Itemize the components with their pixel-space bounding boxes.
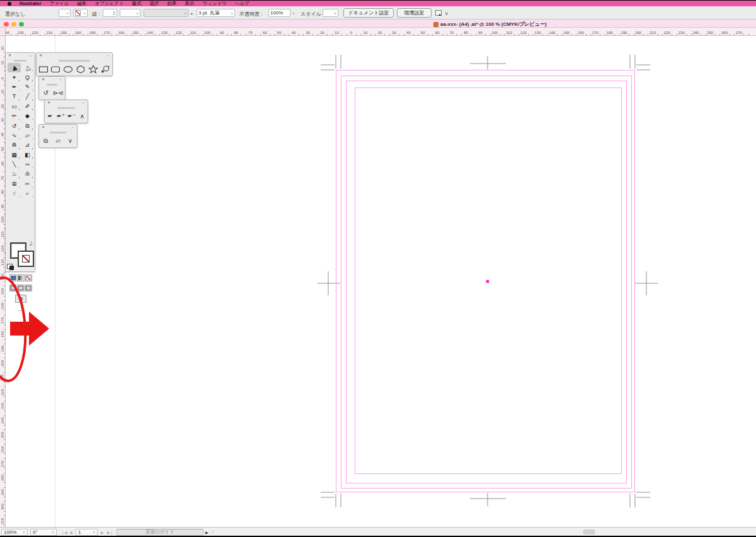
add-anchor-point-tool[interactable]: ✒⁺	[55, 111, 66, 122]
close-icon[interactable]: ✕	[47, 101, 50, 105]
scale-tool[interactable]: ⧉	[21, 121, 34, 130]
slice-tool[interactable]: ✂	[21, 179, 34, 189]
eyedropper-tool[interactable]: ╲	[8, 160, 21, 169]
more-tools-ellipsis[interactable]: …	[6, 306, 36, 312]
screen-mode-button[interactable]: ⧉	[15, 295, 26, 303]
opacity-field[interactable]: 100%	[268, 9, 290, 17]
pen-tool[interactable]: ✒	[8, 82, 21, 92]
delete-anchor-point-tool[interactable]: ✒⁻	[66, 111, 77, 122]
last-artboard-button[interactable]: ▶❘	[107, 530, 113, 534]
lasso-tool[interactable]: Ϙ	[21, 72, 34, 82]
stroke-weight-combo[interactable]: ∨	[120, 9, 140, 17]
rounded-rectangle-tool[interactable]	[50, 64, 61, 75]
stroke-weight-stepper[interactable]: ▲▼	[103, 9, 117, 17]
menu-item-4[interactable]: 書式	[132, 1, 141, 6]
pen-tool[interactable]: ✒	[45, 111, 55, 122]
menu-item-7[interactable]: 表示	[185, 1, 194, 6]
close-icon[interactable]: ✕	[39, 54, 42, 58]
menu-item-9[interactable]: ヘルプ	[235, 1, 249, 6]
direct-selection-tool[interactable]: ▷	[21, 63, 34, 72]
first-artboard-button[interactable]: ❘◀	[61, 530, 67, 534]
draw-behind-button[interactable]	[17, 285, 24, 291]
apple-logo-icon[interactable]	[8, 2, 11, 6]
draw-inside-button[interactable]	[25, 285, 32, 291]
fill-color-combo[interactable]: ∨	[59, 9, 71, 17]
zoom-level-combo[interactable]: 100%∨	[1, 529, 28, 536]
zoom-button[interactable]	[19, 22, 24, 27]
status-display[interactable]: 定規のガイド	[117, 529, 203, 536]
type-tool[interactable]: T	[8, 92, 21, 101]
rotation-combo[interactable]: 0°∨	[30, 529, 57, 536]
scale-tool[interactable]: ⧉	[40, 135, 52, 147]
status-popout-icon[interactable]: ▶	[205, 530, 209, 534]
panel-options-icon[interactable]: ▲	[435, 10, 442, 16]
stepper-arrows-icon[interactable]: ▲▼	[113, 11, 115, 15]
pencil-tool[interactable]: ✏	[8, 111, 21, 121]
dock-toggle-icon[interactable]: ↔	[28, 54, 32, 58]
flare-tool[interactable]	[100, 64, 111, 75]
artboard-number-combo[interactable]: 1∨	[76, 529, 98, 536]
shape-builder-tool[interactable]: ⋒	[8, 140, 21, 150]
blend-tool[interactable]: ∾	[21, 160, 34, 169]
draw-normal-button[interactable]	[9, 285, 16, 291]
close-icon[interactable]: ✕	[42, 77, 45, 82]
gradient-button[interactable]	[17, 274, 24, 281]
prev-artboard-button[interactable]: ◀	[69, 530, 72, 534]
mesh-tool[interactable]: ▦	[8, 150, 21, 160]
close-icon[interactable]: ✕	[8, 54, 11, 58]
menu-item-6[interactable]: 効果	[167, 1, 176, 6]
rectangle-tool[interactable]: ▭	[8, 102, 21, 111]
document-setup-button[interactable]: ドキュメント設定	[343, 8, 394, 18]
brush-definition-combo[interactable]: 3 pt. 丸筆∨	[197, 9, 235, 17]
perspective-grid-tool[interactable]: ⊿	[21, 140, 34, 150]
preferences-button[interactable]: 環境設定	[397, 8, 432, 18]
reflect-tool[interactable]: ⊳⊲	[52, 88, 64, 99]
horizontal-scrollbar-thumb[interactable]	[583, 529, 595, 534]
scroll-left-icon[interactable]: ‹	[212, 529, 214, 534]
color-button[interactable]	[9, 274, 16, 281]
rotate-tool[interactable]: ↺	[8, 121, 21, 130]
dock-toggle-icon[interactable]: ↔	[81, 101, 85, 105]
dock-toggle-icon[interactable]: ↔	[71, 125, 74, 130]
menu-item-8[interactable]: ウィンドウ	[202, 1, 226, 6]
style-combo[interactable]: ∨	[323, 9, 338, 17]
hand-tool[interactable]: ☝	[8, 189, 21, 198]
menu-item-5[interactable]: 選択	[149, 1, 159, 6]
panel-options-chevron[interactable]: ∨	[445, 11, 449, 16]
rectangle-tool[interactable]	[38, 64, 49, 75]
paintbrush-tool[interactable]: ✐	[21, 102, 34, 111]
close-button[interactable]	[4, 22, 9, 27]
polygon-tool[interactable]	[75, 64, 86, 75]
rotate-tool[interactable]: ↺	[40, 88, 52, 99]
ellipse-tool[interactable]	[62, 64, 74, 75]
shear-tool[interactable]: ▱	[52, 135, 64, 147]
close-icon[interactable]: ✕	[42, 125, 45, 130]
star-tool[interactable]	[88, 64, 99, 75]
line-segment-tool[interactable]: ╱	[21, 92, 34, 101]
menu-item-illustrator[interactable]: Illustrator	[20, 1, 42, 6]
stroke-color-combo[interactable]: ∨	[73, 9, 88, 17]
swap-fill-stroke-icon[interactable]: ⤸	[30, 241, 32, 246]
dock-toggle-icon[interactable]: ↔	[59, 77, 62, 82]
selection-tool[interactable]: ▶	[8, 63, 21, 72]
horizontal-ruler[interactable]: 2402302202102001901801701601501401301201…	[0, 28, 756, 36]
convert-anchor-point-tool[interactable]: ∧	[77, 111, 88, 122]
minimize-button[interactable]	[11, 22, 16, 27]
menu-item-1[interactable]: ファイル	[50, 1, 69, 6]
zoom-tool[interactable]: ⌕	[21, 189, 34, 198]
reshape-tool[interactable]: ⋎	[65, 135, 76, 147]
curvature-tool[interactable]: ✎	[21, 82, 34, 92]
symbol-sprayer-tool[interactable]: ♨	[8, 169, 21, 179]
artboard-tool[interactable]: ⊞	[8, 179, 21, 189]
opacity-stepper[interactable]: ›	[292, 11, 294, 16]
ruler-corner[interactable]	[0, 28, 6, 36]
variable-width-combo[interactable]: ∨	[144, 9, 188, 17]
width-tool[interactable]: ∿	[8, 131, 21, 140]
next-artboard-button[interactable]: ▶	[101, 530, 104, 534]
menu-item-2[interactable]: 編集	[77, 1, 86, 6]
stroke-swatch[interactable]	[18, 251, 34, 267]
menu-item-3[interactable]: オブジェクト	[94, 1, 123, 6]
eraser-tool[interactable]: ◆	[21, 111, 34, 121]
magic-wand-tool[interactable]: ✶	[8, 72, 21, 82]
free-transform-tool[interactable]: ▱	[21, 131, 34, 140]
